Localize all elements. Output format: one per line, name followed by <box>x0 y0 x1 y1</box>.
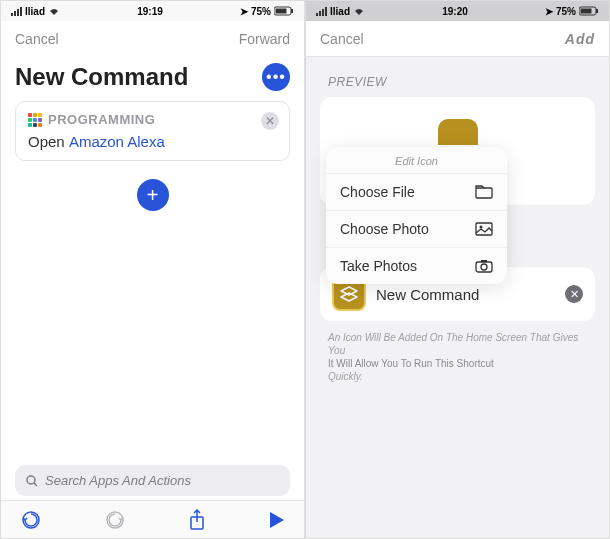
page-title: New Command <box>15 63 188 91</box>
edit-icon-popup: Edit Icon Choose File Choose Photo Take … <box>326 147 507 284</box>
grid-icon <box>28 113 42 127</box>
wifi-icon <box>48 6 60 16</box>
svg-point-14 <box>480 226 483 229</box>
carrier-label: Iliad <box>25 6 45 17</box>
screen-right: Iliad 19:20 ➤ 75% Cancel Add PREVIEW New… <box>305 0 610 539</box>
preview-label: PREVIEW <box>328 75 595 89</box>
plus-icon: + <box>147 184 159 207</box>
search-icon <box>25 474 39 488</box>
location-icon: ➤ <box>545 6 553 17</box>
card-action: Open Amazon Alexa <box>28 133 277 150</box>
svg-rect-10 <box>596 9 598 13</box>
battery-percent: 75% <box>556 6 576 17</box>
folder-icon <box>475 185 493 199</box>
cancel-button[interactable]: Cancel <box>15 31 59 47</box>
choose-photo-item[interactable]: Choose Photo <box>326 210 507 247</box>
wifi-icon <box>353 6 365 16</box>
location-icon: ➤ <box>240 6 248 17</box>
clear-button[interactable]: ✕ <box>565 285 583 303</box>
signal-icon <box>316 7 327 16</box>
battery-percent: 75% <box>251 6 271 17</box>
status-bar: Iliad 19:20 ➤ 75% <box>306 1 609 21</box>
svg-rect-11 <box>580 9 591 14</box>
options-button[interactable]: ••• <box>262 63 290 91</box>
svg-line-4 <box>34 483 37 486</box>
nav-bar: Cancel Forward <box>1 21 304 57</box>
clock: 19:20 <box>442 6 468 17</box>
nav-bar: Cancel Add <box>306 21 609 57</box>
undo-button[interactable] <box>21 510 41 530</box>
svg-rect-1 <box>291 9 293 13</box>
battery-icon <box>274 6 294 16</box>
camera-icon <box>475 259 493 273</box>
redo-button[interactable] <box>105 510 125 530</box>
add-button[interactable]: Add <box>565 31 595 47</box>
signal-icon <box>11 7 22 16</box>
help-text: An Icon Will Be Added On The Home Screen… <box>328 331 587 383</box>
forward-button[interactable]: Forward <box>239 31 290 47</box>
svg-rect-12 <box>476 188 492 198</box>
carrier-label: Iliad <box>330 6 350 17</box>
app-icon-preview <box>438 119 478 145</box>
clock: 19:19 <box>137 6 163 17</box>
add-action-button[interactable]: + <box>137 179 169 211</box>
svg-rect-2 <box>275 9 286 14</box>
share-button[interactable] <box>188 509 206 531</box>
action-card[interactable]: ✕ PROGRAMMING Open Amazon Alexa <box>15 101 290 161</box>
status-bar: Iliad 19:19 ➤ 75% <box>1 1 304 21</box>
popup-title: Edit Icon <box>326 147 507 173</box>
svg-point-3 <box>27 476 35 484</box>
svg-point-16 <box>481 264 487 270</box>
svg-rect-17 <box>481 260 487 262</box>
search-placeholder: Search Apps And Actions <box>45 473 191 488</box>
take-photo-item[interactable]: Take Photos <box>326 247 507 284</box>
photo-icon <box>475 222 493 236</box>
card-badge: PROGRAMMING <box>48 112 155 127</box>
shortcut-name-input[interactable]: New Command <box>376 286 479 303</box>
play-button[interactable] <box>270 512 284 528</box>
choose-file-item[interactable]: Choose File <box>326 173 507 210</box>
search-input[interactable]: Search Apps And Actions <box>15 465 290 496</box>
screen-left: Iliad 19:19 ➤ 75% Cancel Forward New Com… <box>0 0 305 539</box>
battery-icon <box>579 6 599 16</box>
close-icon[interactable]: ✕ <box>261 112 279 130</box>
toolbar <box>1 500 304 538</box>
cancel-button[interactable]: Cancel <box>320 31 364 47</box>
